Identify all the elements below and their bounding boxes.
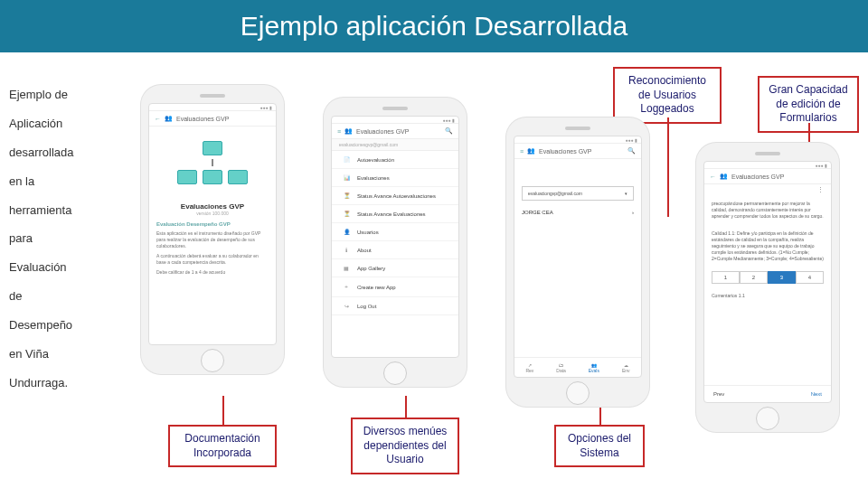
- menu-label: Evaluaciones: [357, 175, 390, 181]
- menu-item-app-gallery[interactable]: ▦App Gallery: [332, 259, 458, 277]
- comment-label: Comentarios 1.1: [704, 287, 831, 305]
- desc-line: herramienta: [9, 197, 99, 224]
- rating-selector: 1 2 3 4: [712, 271, 824, 284]
- tab-rev[interactable]: ↗Rev: [525, 362, 533, 373]
- menu-label: Status Avance Evaluaciones: [357, 211, 426, 217]
- rating-option-1[interactable]: 1: [712, 271, 740, 284]
- logout-icon: ↪: [341, 303, 352, 309]
- menu-icon[interactable]: ≡: [337, 128, 341, 135]
- tab-label: Env: [622, 368, 630, 373]
- logged-user-name[interactable]: JORGE CEA ›: [514, 206, 641, 219]
- user-email-bar: evaluacionesgvp@gmail.com: [332, 139, 458, 151]
- overflow-icon[interactable]: ⋮: [704, 184, 831, 195]
- org-node: [203, 170, 222, 184]
- menu-label: Log Out: [357, 304, 376, 309]
- menu-label: About: [357, 248, 372, 253]
- menu-icon[interactable]: ≡: [520, 148, 524, 155]
- desc-line: Aplicación: [9, 110, 99, 137]
- phone-screen: ●●● ▮ ← 👥 Evaluaciones GVP Evaluaciones …: [148, 103, 277, 345]
- rating-option-3[interactable]: 3: [768, 271, 796, 284]
- desc-line: en la: [9, 168, 99, 195]
- desc-line: Desempeño: [9, 312, 99, 339]
- phone-screen: ●●● ▮ ← 👥 Evaluaciones GVP ⋮ preocupándo…: [703, 161, 832, 403]
- menu-item-create-app[interactable]: ＋Create new App: [332, 277, 458, 297]
- phone-screen: ●●● ▮ ≡ 👥 Evaluaciones GVP 🔍 evaluacione…: [331, 116, 459, 358]
- doc-icon: 📄: [341, 156, 352, 163]
- next-button[interactable]: Next: [811, 391, 822, 397]
- grid-icon: ▦: [341, 265, 352, 271]
- menu-item-status-auto[interactable]: ⏳Status Avance Autoevaluaciones: [332, 187, 458, 205]
- status-bar: ●●● ▮: [149, 104, 276, 111]
- prev-button[interactable]: Prev: [713, 391, 724, 397]
- status-bar: ●●● ▮: [514, 136, 641, 144]
- search-icon[interactable]: 🔍: [445, 127, 453, 135]
- chevron-right-icon: ›: [632, 210, 634, 215]
- home-button[interactable]: [383, 361, 407, 385]
- callout-documentation: Documentación Incorporada: [168, 425, 277, 467]
- org-node: [203, 141, 222, 155]
- hourglass-icon: ⏳: [341, 192, 352, 199]
- email-value: evaluaciongvp@gmail.com: [528, 191, 582, 196]
- desc-line: para: [9, 225, 99, 252]
- desc-line: Evaluación: [9, 254, 99, 281]
- menu-label: Status Avance Autoevaluaciones: [357, 193, 436, 199]
- desc-line: en Viña: [9, 341, 99, 368]
- left-description: Ejemplo de Aplicación desarrollada en la…: [9, 81, 99, 399]
- connector-line: [405, 396, 407, 418]
- email-field[interactable]: evaluaciongvp@gmail.com ▾: [522, 186, 634, 201]
- menu-label: Usuarios: [357, 230, 379, 235]
- menu-item-about[interactable]: ℹAbout: [332, 241, 458, 259]
- dropdown-icon[interactable]: ▾: [625, 191, 627, 196]
- menu-label: Create new App: [357, 285, 396, 290]
- app-bar: ← 👥 Evaluaciones GVP: [149, 111, 276, 127]
- app-bar: ≡ 👥 Evaluaciones GVP 🔍: [514, 144, 641, 159]
- app-title: Evaluaciones GVP: [539, 148, 591, 155]
- menu-item-usuarios[interactable]: 👤Usuarios: [332, 223, 458, 241]
- people-icon: 👥: [165, 115, 173, 122]
- phone-mockup-documentation: ●●● ▮ ← 👥 Evaluaciones GVP Evaluaciones …: [141, 85, 284, 374]
- app-title: Evaluaciones GVP: [356, 128, 409, 135]
- hourglass-icon: ⏳: [341, 211, 352, 217]
- tab-data[interactable]: 🗂Data: [556, 362, 566, 373]
- app-bar: ← 👥 Evaluaciones GVP: [704, 169, 831, 184]
- connector-line: [222, 396, 224, 425]
- desc-line: Ejemplo de: [9, 81, 99, 108]
- menu-item-logout[interactable]: ↪Log Out: [332, 297, 458, 315]
- callout-menus: Diversos menúes dependientes del Usuario: [351, 418, 459, 474]
- menu-label: Autoevaluación: [357, 157, 394, 163]
- back-icon[interactable]: ←: [155, 116, 161, 122]
- chart-icon: 📊: [341, 174, 352, 181]
- rating-option-2[interactable]: 2: [740, 271, 768, 284]
- phone-speaker: [565, 127, 590, 130]
- app-version: versión 100.000: [149, 211, 276, 220]
- app-title: Evaluaciones GVP: [176, 116, 229, 122]
- org-connector: [212, 159, 213, 166]
- home-button[interactable]: [201, 349, 224, 372]
- search-icon[interactable]: 🔍: [627, 147, 636, 155]
- rating-option-4[interactable]: 4: [796, 271, 824, 284]
- form-question: Calidad 1.1: Define y/o participa en la …: [704, 225, 831, 267]
- slide-title: Ejemplo aplicación Desarrollada: [0, 0, 868, 52]
- desc-line: Undurraga.: [9, 370, 99, 397]
- form-paragraph: preocupándose permanentemente por mejora…: [704, 195, 831, 225]
- connector-line: [667, 117, 669, 217]
- back-icon[interactable]: ←: [710, 174, 716, 180]
- desc-line: de: [9, 283, 99, 310]
- menu-item-status-eval[interactable]: ⏳Status Avance Evaluaciones: [332, 205, 458, 223]
- app-big-title: Evaluaciones GVP: [149, 199, 276, 211]
- tab-label: Evals: [589, 368, 599, 373]
- tab-evals[interactable]: 👥Evals: [589, 362, 599, 373]
- app-bar: ≡ 👥 Evaluaciones GVP 🔍: [332, 124, 458, 139]
- menu-item-evaluaciones[interactable]: 📊Evaluaciones: [332, 169, 458, 187]
- tab-env[interactable]: ☁Env: [622, 362, 630, 373]
- menu-item-autoevaluacion[interactable]: 📄Autoevaluación: [332, 151, 458, 169]
- status-bar: ●●● ▮: [332, 117, 458, 124]
- org-node: [228, 170, 248, 184]
- info-icon: ℹ: [341, 247, 352, 253]
- home-button[interactable]: [566, 381, 590, 405]
- phone-speaker: [755, 152, 780, 155]
- org-chart-graphic: [149, 127, 276, 199]
- menu-label: App Gallery: [357, 266, 385, 271]
- home-button[interactable]: [756, 407, 779, 430]
- people-icon: 👥: [720, 173, 728, 180]
